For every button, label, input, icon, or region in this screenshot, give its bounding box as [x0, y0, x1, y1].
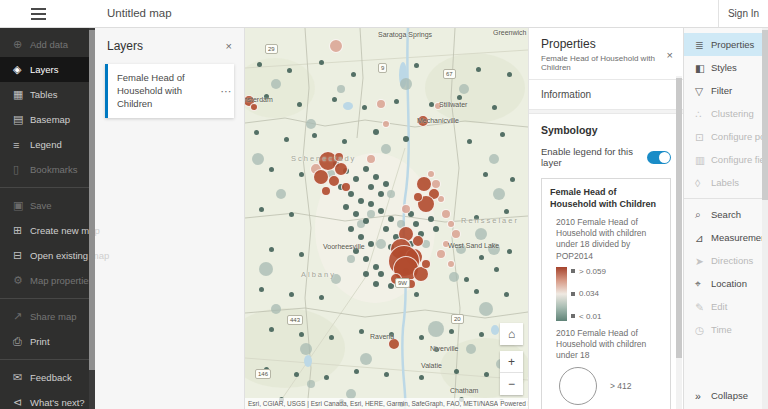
map-point [358, 234, 364, 240]
item-label: Feedback [30, 372, 72, 383]
item-label: Print [30, 336, 50, 347]
map-title: Untitled map [107, 7, 172, 19]
route-shield: 29 [265, 44, 278, 54]
map-point [449, 329, 454, 334]
sidebar-item-layers[interactable]: ◈Layers [0, 57, 95, 82]
sidebar-item-create-new-map[interactable]: ⊞Create new map [0, 218, 95, 243]
map-point [489, 154, 499, 164]
sidebar-item-legend[interactable]: ≡Legend [0, 132, 95, 157]
map-point [368, 201, 374, 207]
tool-item-properties[interactable]: ≣Properties [684, 33, 768, 56]
sidebar-item-tables[interactable]: ▦Tables [0, 82, 95, 107]
sidebar-item-whats-next[interactable]: ⊲What's next? [0, 390, 95, 409]
tool-item-labels: ◊Labels [684, 171, 768, 194]
place-label: West Sand Lake [448, 242, 499, 249]
size-legend-circle [559, 367, 597, 405]
tool-item-location[interactable]: ⌖Location [684, 272, 768, 295]
map-point [307, 380, 315, 388]
map-point [353, 176, 359, 182]
save-icon: ▣ [13, 199, 30, 212]
map-point [483, 172, 488, 177]
map-point [388, 216, 394, 222]
map-point [347, 255, 355, 263]
map-point [329, 335, 334, 340]
tool-item-styles[interactable]: ◧Styles [684, 56, 768, 79]
map-point [474, 289, 479, 294]
map-point [479, 255, 484, 260]
sign-in-button[interactable]: Sign In [718, 0, 768, 27]
map-canvas[interactable]: Saratoga SpringsGreenwichAmsterdamStillw… [245, 28, 528, 409]
map-point [504, 209, 509, 214]
map-point [334, 162, 348, 176]
item-label: Search [711, 209, 741, 220]
route-shield: 67 [443, 69, 456, 79]
sidebar-item-open-existing-map[interactable]: ⊟Open existing map [0, 243, 95, 268]
tools-scrollbar[interactable] [762, 28, 768, 409]
tool-item-edit: ✎Edit [684, 295, 768, 318]
zoom-out-button[interactable]: − [500, 373, 523, 395]
tool-item-search[interactable]: ⌕Search [684, 203, 768, 226]
information-section[interactable]: Information [529, 80, 683, 110]
layer-options-icon[interactable]: ⋯ [218, 64, 234, 118]
map-point [387, 190, 395, 198]
properties-subtitle: Female Head of Household with Children [541, 54, 671, 72]
home-icon[interactable]: ⌂ [500, 323, 523, 345]
close-icon[interactable]: × [226, 41, 232, 52]
item-label: Map properties [30, 275, 93, 286]
layers-icon: ◈ [13, 63, 30, 76]
configure-fields-icon: ▥ [695, 154, 711, 166]
directions-icon: ➤ [695, 255, 711, 267]
map-point [421, 259, 431, 269]
map-point [259, 207, 264, 212]
collapse-button[interactable]: » Collapse [684, 382, 768, 409]
tools-sidebar: ≣Properties◧Styles▽Filter∴Clustering⊡Con… [683, 28, 768, 409]
item-label: What's next? [30, 397, 85, 408]
sidebar-item-save: ▣Save [0, 193, 95, 218]
map-point [433, 226, 439, 232]
place-label: Greenwich [493, 29, 526, 36]
sidebar-scrollbar[interactable] [89, 28, 95, 409]
map-point [271, 304, 281, 314]
tool-item-measurement[interactable]: ⊿Measurement [684, 226, 768, 249]
map-point [429, 102, 434, 107]
map-point [354, 369, 359, 374]
map-point [363, 256, 369, 262]
layers-panel: Layers × Female Head of Household with C… [95, 28, 245, 409]
tool-item-time: ◷Time [684, 318, 768, 341]
open-existing-map-icon: ⊟ [13, 249, 30, 262]
map-properties-icon: ⚙ [13, 274, 30, 287]
feedback-icon: ✉ [13, 371, 30, 384]
map-point [466, 344, 476, 354]
map-point [382, 120, 390, 128]
item-label: Styles [711, 62, 737, 73]
map-point [479, 332, 484, 337]
route-shield: 9 [378, 63, 387, 73]
map-point [269, 247, 274, 252]
map-point [250, 103, 258, 111]
close-icon[interactable]: × [667, 50, 673, 61]
sidebar-item-feedback[interactable]: ✉Feedback [0, 365, 95, 390]
item-label: Legend [30, 139, 62, 150]
map-point [300, 343, 312, 355]
map-point [454, 369, 459, 374]
map-point [492, 105, 497, 110]
tool-item-filter[interactable]: ▽Filter [684, 79, 768, 102]
sidebar-item-print[interactable]: ⎙Print [0, 329, 95, 354]
sidebar-item-basemap[interactable]: ▤Basemap [0, 107, 95, 132]
properties-scrollbar[interactable] [676, 76, 682, 409]
ramp-stop: 0.034 [571, 289, 606, 298]
item-label: Configure fields [711, 154, 768, 165]
route-shield: 443 [287, 315, 303, 325]
properties-icon: ≣ [695, 39, 711, 51]
print-icon: ⎙ [13, 335, 30, 348]
attribution-text: Esri, CGIAR, USGS | Esri Canada, Esri, H… [248, 400, 498, 407]
menu-icon[interactable] [31, 8, 46, 20]
map-point [476, 67, 481, 72]
zoom-in-button[interactable]: + [500, 351, 523, 373]
item-label: Properties [711, 39, 754, 50]
layer-item[interactable]: Female Head of Household with Children ⋯ [105, 64, 234, 118]
enable-legend-toggle[interactable] [647, 151, 671, 164]
place-label: Voorheesville [323, 243, 365, 250]
map-point [363, 166, 369, 172]
map-point [312, 133, 317, 138]
